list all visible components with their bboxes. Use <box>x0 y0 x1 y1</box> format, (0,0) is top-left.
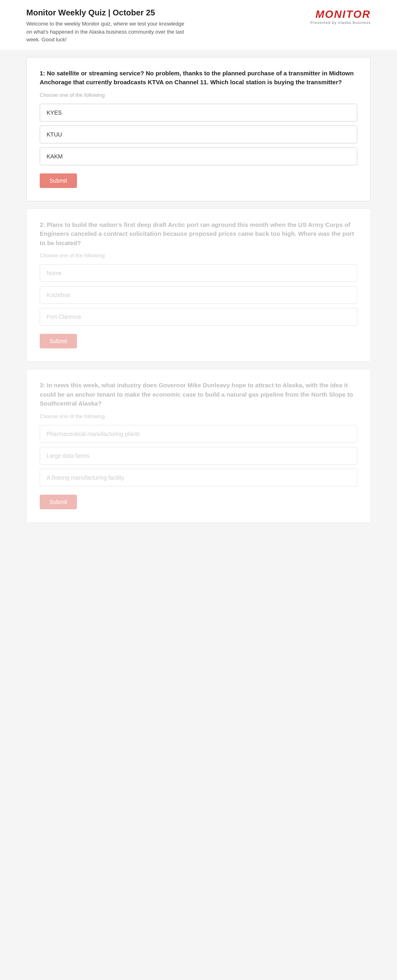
question-2-submit-button: Submit <box>40 334 77 348</box>
question-3-section: 3: In news this week, what industry does… <box>26 369 371 523</box>
question-2-option-3: Port Clarence <box>40 308 357 326</box>
question-2-text: 2: Plans to build the nation's first dee… <box>40 220 357 248</box>
logo-text: MONITOR <box>316 8 371 20</box>
logo-monitor: MONITOR <box>316 8 371 21</box>
question-2-option-2: Kotzebue <box>40 286 357 304</box>
question-1-section: 1: No satellite or streaming service? No… <box>26 57 371 201</box>
question-1-option-3[interactable]: KAKM <box>40 147 357 165</box>
question-1-text: 1: No satellite or streaming service? No… <box>40 69 357 87</box>
question-1-submit-button[interactable]: Submit <box>40 173 77 188</box>
header: Monitor Weekly Quiz | October 25 Welcome… <box>0 0 397 50</box>
question-2-section: 2: Plans to build the nation's first dee… <box>26 209 371 362</box>
question-3-submit-button: Submit <box>40 495 77 509</box>
question-3-option-3: A Boeing manufacturing facility <box>40 469 357 487</box>
logo-sub: Presented by Alaska Business <box>310 21 371 25</box>
question-2-choose-label: Choose one of the following <box>40 252 357 258</box>
question-2-option-1: Nome <box>40 264 357 282</box>
question-3-choose-label: Choose one of the following <box>40 413 357 419</box>
question-1-option-1[interactable]: KYES <box>40 104 357 122</box>
question-3-option-2: Large data farms <box>40 447 357 465</box>
bottom-spacer <box>0 530 397 773</box>
question-3-option-1: Pharmaceutical manufacturing plants <box>40 425 357 443</box>
logo-area: MONITOR Presented by Alaska Business <box>310 8 371 25</box>
question-1-option-2[interactable]: KTUU <box>40 126 357 143</box>
question-1-choose-label: Choose one of the following <box>40 92 357 98</box>
page-container: Monitor Weekly Quiz | October 25 Welcome… <box>0 0 397 773</box>
question-3-text: 3: In news this week, what industry does… <box>40 381 357 408</box>
page-subtitle: Welcome to the weekly Monitor quiz, wher… <box>26 20 188 44</box>
header-left: Monitor Weekly Quiz | October 25 Welcome… <box>26 8 188 44</box>
page-title: Monitor Weekly Quiz | October 25 <box>26 8 188 17</box>
